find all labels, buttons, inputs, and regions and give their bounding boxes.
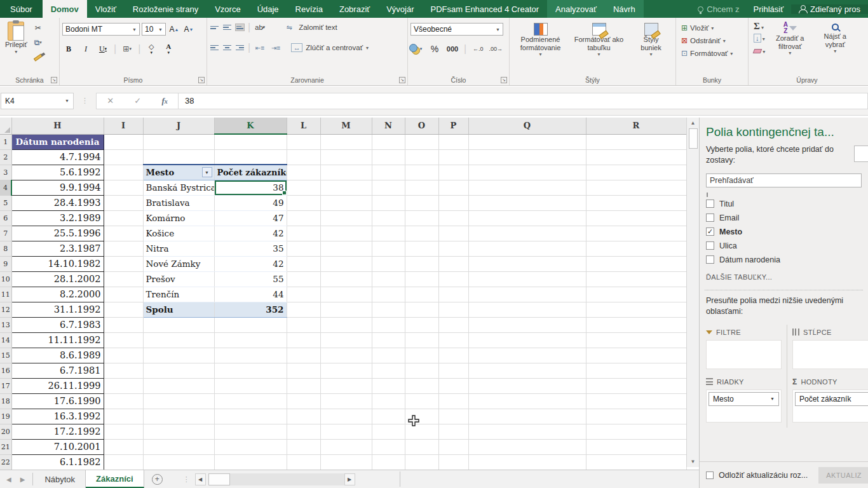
row-header-21[interactable]: 21 xyxy=(0,439,11,454)
cell-l2[interactable] xyxy=(287,149,320,165)
align-middle-button[interactable] xyxy=(222,24,232,31)
cell-h18[interactable]: 17.6.1990 xyxy=(11,393,104,409)
cell-p20[interactable] xyxy=(438,424,468,439)
cell-n19[interactable] xyxy=(372,409,405,424)
cell-o11[interactable] xyxy=(405,287,438,302)
column-header-i[interactable]: I xyxy=(104,118,143,134)
font-name-combo[interactable]: Bodoni MT▼ xyxy=(62,23,140,36)
cell-l15[interactable] xyxy=(287,348,320,363)
cell-p12[interactable] xyxy=(438,302,468,317)
borders-button[interactable]: ⊞ ▾ xyxy=(121,43,133,55)
row-header-3[interactable]: 3 xyxy=(0,165,11,180)
cell-styles-button[interactable]: Štýly buniek ▾ xyxy=(630,22,672,58)
column-header-l[interactable]: L xyxy=(287,118,320,134)
cell-h9[interactable]: 14.10.1982 xyxy=(11,256,104,271)
cell-n8[interactable] xyxy=(372,241,405,256)
find-select-button[interactable]: Nájsť a vybrať ▾ xyxy=(815,20,855,55)
cell-r15[interactable] xyxy=(586,348,686,363)
cell-q22[interactable] xyxy=(468,454,586,470)
cell-q19[interactable] xyxy=(468,409,586,424)
cell-r3[interactable] xyxy=(586,165,686,180)
cell-q11[interactable] xyxy=(468,287,586,302)
copy-button[interactable]: ⧉ ▾ xyxy=(32,37,44,48)
menu-tab-analyzova[interactable]: Analyzovať xyxy=(547,0,605,18)
insert-function-button[interactable]: fx xyxy=(162,96,168,106)
cell-p3[interactable] xyxy=(438,165,468,180)
cell-h22[interactable]: 6.1.1982 xyxy=(11,454,104,470)
cell-n12[interactable] xyxy=(372,302,405,317)
field-checkbox-titul[interactable] xyxy=(706,200,714,208)
cell-p13[interactable] xyxy=(438,317,468,332)
cell-k17[interactable] xyxy=(214,378,287,393)
cell-i8[interactable] xyxy=(104,241,143,256)
cell-i12[interactable] xyxy=(104,302,143,317)
cell-m2[interactable] xyxy=(320,149,372,165)
cell-h1[interactable]: Dátum narodenia xyxy=(11,134,104,149)
select-all-corner[interactable] xyxy=(0,118,11,134)
cell-m5[interactable] xyxy=(320,195,372,210)
delete-cells-button[interactable]: ⊠ Odstrániť ▾ xyxy=(681,34,745,47)
cell-n5[interactable] xyxy=(372,195,405,210)
field-item-ulica[interactable]: Ulica xyxy=(706,239,868,253)
cell-m20[interactable] xyxy=(320,424,372,439)
cell-m4[interactable] xyxy=(320,180,372,195)
row-header-19[interactable]: 19 xyxy=(0,409,11,424)
cell-h8[interactable]: 2.3.1987 xyxy=(11,241,104,256)
cell-o14[interactable] xyxy=(405,332,438,348)
cell-n15[interactable] xyxy=(372,348,405,363)
menu-tab-vlo-i[interactable]: Vložiť xyxy=(87,0,125,18)
formula-bar-grip[interactable]: ⋮ xyxy=(74,97,96,105)
cell-l19[interactable] xyxy=(287,409,320,424)
cell-o9[interactable] xyxy=(405,256,438,271)
cell-n6[interactable] xyxy=(372,210,405,226)
menu-tab-rev-zia[interactable]: Revízia xyxy=(287,0,331,18)
italic-button[interactable]: I xyxy=(79,43,92,55)
pane-tools-button[interactable] xyxy=(854,146,868,162)
row-header-11[interactable]: 11 xyxy=(0,287,11,302)
search-input[interactable]: Prehľadávať xyxy=(706,173,862,187)
cell-h5[interactable]: 28.4.1993 xyxy=(11,195,104,210)
cell-p9[interactable] xyxy=(438,256,468,271)
cell-q18[interactable] xyxy=(468,393,586,409)
cell-o17[interactable] xyxy=(405,378,438,393)
cell-h6[interactable]: 3.2.1989 xyxy=(11,210,104,226)
cell-i18[interactable] xyxy=(104,393,143,409)
cell-j11[interactable]: Trenčín xyxy=(143,287,214,302)
cell-i20[interactable] xyxy=(104,424,143,439)
cell-r14[interactable] xyxy=(586,332,686,348)
cell-i2[interactable] xyxy=(104,149,143,165)
format-painter-button[interactable] xyxy=(32,51,44,63)
menu-tab-zobrazi[interactable]: Zobraziť xyxy=(331,0,378,18)
cell-m10[interactable] xyxy=(320,271,372,287)
cell-r21[interactable] xyxy=(586,439,686,454)
cell-l22[interactable] xyxy=(287,454,320,470)
cell-p17[interactable] xyxy=(438,378,468,393)
cell-j8[interactable]: Nitra xyxy=(143,241,214,256)
cell-q5[interactable] xyxy=(468,195,586,210)
cell-n16[interactable] xyxy=(372,363,405,378)
cell-p8[interactable] xyxy=(438,241,468,256)
cell-l3[interactable] xyxy=(287,165,320,180)
cell-o10[interactable] xyxy=(405,271,438,287)
decrease-indent-button[interactable]: ⇤≡ xyxy=(254,42,266,53)
cell-i10[interactable] xyxy=(104,271,143,287)
cell-i1[interactable] xyxy=(104,134,143,149)
cell-r22[interactable] xyxy=(586,454,686,470)
cell-m22[interactable] xyxy=(320,454,372,470)
cell-j2[interactable] xyxy=(143,149,214,165)
cell-o1[interactable] xyxy=(405,134,438,149)
cell-p1[interactable] xyxy=(438,134,468,149)
cell-r8[interactable] xyxy=(586,241,686,256)
cell-n21[interactable] xyxy=(372,439,405,454)
cell-j6[interactable]: Komárno xyxy=(143,210,214,226)
cell-n10[interactable] xyxy=(372,271,405,287)
cell-j4[interactable]: Banská Bystrica xyxy=(143,180,214,195)
cell-j21[interactable] xyxy=(143,439,214,454)
cell-l4[interactable] xyxy=(287,180,320,195)
cell-r12[interactable] xyxy=(586,302,686,317)
cell-h2[interactable]: 4.7.1994 xyxy=(11,149,104,165)
underline-button[interactable]: U ▾ xyxy=(97,43,109,55)
field-checkbox-ulica[interactable] xyxy=(706,241,714,250)
column-header-q[interactable]: Q xyxy=(468,118,586,134)
name-box-dropdown-icon[interactable]: ▼ xyxy=(65,98,69,103)
